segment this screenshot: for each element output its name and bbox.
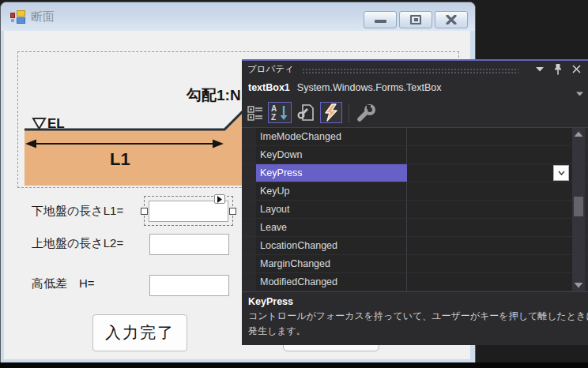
event-row[interactable]: Leave bbox=[242, 219, 588, 237]
categorized-icon bbox=[247, 104, 263, 122]
property-pages-icon bbox=[356, 104, 376, 122]
alphabetical-sort-icon: A Z bbox=[270, 103, 290, 122]
l1-dimension-label: L1 bbox=[110, 149, 130, 170]
scrollbar-thumb[interactable] bbox=[574, 197, 583, 216]
object-dropdown-chevron-icon bbox=[576, 85, 583, 100]
svg-text:Z: Z bbox=[271, 113, 276, 122]
properties-panel-title: プロパティ bbox=[247, 63, 294, 75]
combo-chevron-icon bbox=[558, 171, 565, 175]
toolbar-separator bbox=[349, 103, 349, 122]
input-l1[interactable] bbox=[149, 201, 228, 222]
maximize-icon bbox=[410, 15, 421, 24]
event-row[interactable]: MarginChanged bbox=[242, 255, 588, 273]
event-value-cell[interactable] bbox=[407, 255, 572, 272]
event-value-cell[interactable] bbox=[407, 237, 572, 254]
event-value-cell[interactable] bbox=[407, 128, 572, 145]
slope-label: 勾配1:N bbox=[187, 85, 241, 106]
svg-text:A: A bbox=[271, 104, 277, 113]
field-label-h: 高低差 H= bbox=[32, 276, 95, 291]
close-button[interactable] bbox=[435, 11, 468, 28]
properties-icon bbox=[296, 103, 315, 122]
scroll-up-icon bbox=[574, 131, 583, 137]
window-position-button[interactable] bbox=[536, 66, 544, 72]
description-title: KeyPress bbox=[248, 296, 580, 307]
event-value-cell[interactable] bbox=[407, 219, 572, 236]
event-row-selected[interactable]: KeyPress bbox=[242, 164, 588, 182]
chevron-down-icon bbox=[536, 66, 544, 72]
event-description-pane: KeyPress コントロールがフォーカスを持っていて、ユーザーがキーを押して離… bbox=[242, 291, 588, 344]
properties-panel-header[interactable]: プロパティ bbox=[242, 61, 588, 77]
input-l2[interactable] bbox=[149, 234, 229, 255]
description-text: コントロールがフォーカスを持っていて、ユーザーがキーを押して離したときに bbox=[248, 309, 580, 324]
event-row[interactable]: ModifiedChanged bbox=[242, 273, 588, 291]
selection-handle-right[interactable] bbox=[229, 208, 236, 215]
alphabetical-sort-button[interactable]: A Z bbox=[268, 102, 292, 123]
event-row[interactable]: LocationChanged bbox=[242, 237, 588, 255]
field-label-l2: 上地盤の長さL2= bbox=[32, 236, 123, 251]
properties-view-button[interactable] bbox=[296, 103, 315, 122]
form-titlebar[interactable]: 断面 bbox=[1, 2, 475, 31]
minimize-button[interactable] bbox=[364, 11, 397, 28]
scroll-down-button[interactable] bbox=[572, 280, 585, 291]
minimize-icon bbox=[375, 20, 386, 23]
selection-handle-left[interactable] bbox=[141, 208, 148, 215]
properties-toolbar: A Z bbox=[242, 98, 588, 128]
event-value-cell[interactable] bbox=[407, 201, 572, 218]
description-text: 発生します。 bbox=[248, 324, 580, 339]
vs-ide-background: 断面 勾配1:N EL bbox=[0, 0, 588, 368]
maximize-button[interactable] bbox=[399, 11, 432, 28]
object-selector-dropdown[interactable]: textBox1 System.Windows.Forms.TextBox bbox=[242, 77, 588, 98]
properties-panel: プロパティ textBox1 Syst bbox=[242, 59, 588, 345]
smart-tag-arrow-icon bbox=[217, 196, 223, 203]
form-icon bbox=[10, 10, 25, 24]
events-grid: ImeModeChanged KeyDown KeyPress KeyUp bbox=[242, 128, 588, 291]
scroll-up-button[interactable] bbox=[572, 129, 585, 140]
event-value-cell[interactable] bbox=[407, 182, 572, 200]
event-value-cell[interactable] bbox=[407, 273, 572, 291]
events-view-button[interactable] bbox=[320, 102, 342, 123]
submit-button[interactable]: 入力完了 bbox=[92, 314, 187, 351]
scroll-down-icon bbox=[574, 282, 583, 288]
el-label: EL bbox=[47, 116, 65, 132]
smart-tag-button[interactable] bbox=[214, 194, 225, 204]
events-scrollbar[interactable] bbox=[572, 128, 585, 291]
form-title: 断面 bbox=[31, 9, 55, 24]
selected-object-name: textBox1 bbox=[248, 82, 290, 93]
pin-icon bbox=[553, 63, 563, 76]
event-row[interactable]: KeyDown bbox=[242, 146, 588, 164]
pin-button[interactable] bbox=[553, 63, 563, 76]
events-icon bbox=[322, 103, 341, 122]
event-handler-dropdown[interactable] bbox=[553, 165, 569, 181]
input-h[interactable] bbox=[149, 275, 229, 296]
property-pages-button[interactable] bbox=[356, 104, 376, 122]
el-marker-icon bbox=[33, 118, 45, 129]
selected-object-type: System.Windows.Forms.TextBox bbox=[297, 82, 442, 93]
panel-drag-grip[interactable] bbox=[302, 68, 518, 73]
close-icon bbox=[446, 15, 457, 24]
close-panel-button[interactable] bbox=[572, 65, 581, 73]
close-icon bbox=[572, 65, 581, 73]
field-label-l1: 下地盤の長さL1= bbox=[32, 204, 123, 219]
taskbar-strip bbox=[0, 362, 588, 368]
event-row[interactable]: Layout bbox=[242, 201, 588, 219]
event-row[interactable]: ImeModeChanged bbox=[242, 128, 588, 146]
event-row[interactable]: KeyUp bbox=[242, 182, 588, 201]
event-value-cell[interactable] bbox=[407, 146, 572, 163]
categorized-button[interactable] bbox=[247, 104, 263, 122]
event-value-cell[interactable] bbox=[407, 164, 572, 182]
